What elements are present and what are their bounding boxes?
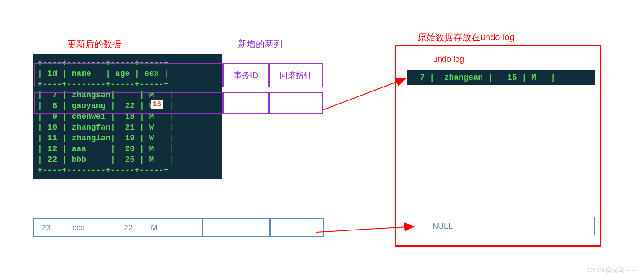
table-row: | 22 | bbb | 25 | M |: [38, 154, 217, 165]
updated-data-label: 更新后的数据: [67, 38, 121, 50]
undo-row: 7 | zhangsan | 15 | M |: [407, 70, 595, 85]
undo-log-label: undo log: [433, 55, 464, 64]
tx-id-cell: [223, 92, 269, 114]
rollback-ptr-header: 回滚指针: [269, 63, 323, 87]
new-row-id: 23: [42, 223, 51, 233]
table-row: | 12 | aaa | 20 | M |: [38, 143, 217, 154]
new-row-ptr-cell: [270, 218, 324, 237]
table-divider: +----+--------+-----+-----+: [38, 165, 217, 176]
table-row: | 10 | zhangfan| 21 | W |: [38, 122, 217, 133]
new-cols-label: 新增的两列: [238, 38, 283, 50]
new-row-sex: M: [151, 223, 158, 233]
table-row: | 11 | zhanglan| 19 | W |: [38, 133, 217, 143]
watermark: CSDN @菜鸟～～: [586, 266, 637, 274]
first-row-highlight-box: [34, 92, 223, 114]
new-row-tx-cell: [202, 218, 270, 237]
undo-title-label: 原始数据存放在undo log: [417, 31, 515, 43]
rollback-ptr-cell: [269, 92, 323, 114]
rollback-ptr-label: 回滚指针: [280, 70, 312, 81]
tx-id-header: 事务ID: [223, 63, 269, 87]
new-row-name: ccc: [72, 223, 84, 233]
header-highlight-box: [34, 63, 223, 87]
new-row-box: 23 ccc 22 M: [33, 218, 202, 237]
tx-id-label: 事务ID: [234, 70, 258, 81]
new-row-age: 22: [124, 223, 133, 233]
null-label: NULL: [432, 222, 453, 231]
arrow-to-undo: [323, 78, 406, 110]
null-box: NULL: [407, 217, 595, 235]
